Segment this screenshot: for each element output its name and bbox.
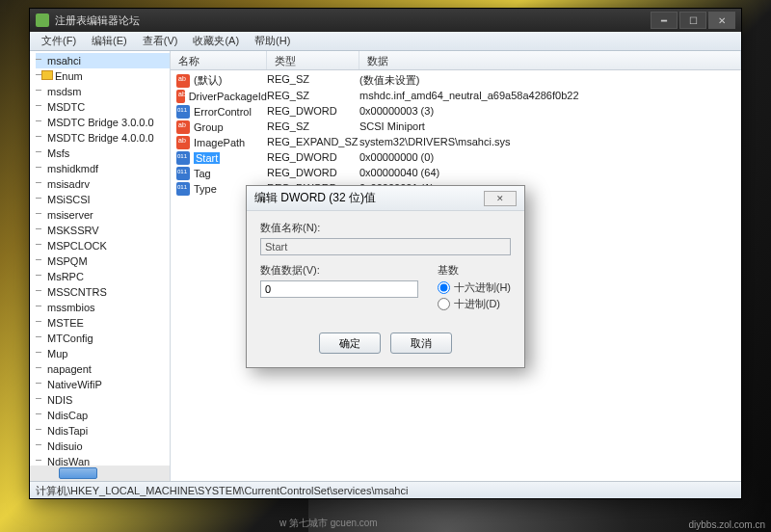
watermark: diybbs.zol.com.cn [689, 519, 765, 530]
menu-file[interactable]: 文件(F) [34, 32, 84, 50]
dword-icon [176, 182, 190, 196]
tree-item[interactable]: MSPQM [36, 253, 170, 269]
menu-view[interactable]: 查看(V) [135, 32, 186, 50]
dword-icon [176, 151, 190, 165]
tree-item[interactable]: msdsm [36, 84, 170, 99]
tree-item[interactable]: MSDTC Bridge 4.0.0.0 [36, 130, 170, 146]
string-icon [176, 120, 190, 134]
value-row[interactable]: DriverPackageIdREG_SZmshdc.inf_amd64_neu… [171, 89, 741, 104]
tree-item[interactable]: MsRPC [36, 269, 170, 284]
menu-edit[interactable]: 编辑(E) [84, 32, 135, 50]
tree-item[interactable]: msisadrv [36, 176, 170, 192]
col-data[interactable]: 数据 [359, 51, 741, 69]
tree-item[interactable]: NdisTapi [36, 423, 170, 439]
value-name-field [260, 238, 511, 255]
tree-item[interactable]: MSPCLOCK [36, 238, 170, 253]
value-name-label: 数值名称(N): [260, 221, 511, 235]
maximize-button[interactable]: ☐ [679, 12, 706, 29]
cancel-button[interactable]: 取消 [390, 332, 452, 354]
tree-item[interactable]: MSKSSRV [36, 223, 170, 238]
tree-item[interactable]: NDIS [36, 392, 170, 408]
string-icon [176, 90, 185, 103]
value-data-field[interactable] [260, 280, 418, 298]
tree-item[interactable]: mssmbios [36, 300, 170, 315]
dialog-close-button[interactable]: ✕ [484, 191, 517, 206]
col-type[interactable]: 类型 [267, 51, 359, 69]
registry-tree[interactable]: msahciEnummsdsmMSDTCMSDTC Bridge 3.0.0.0… [30, 51, 171, 481]
tree-item[interactable]: MSTEE [36, 315, 170, 331]
titlebar[interactable]: 注册表编辑器论坛 ━ ☐ ✕ [30, 9, 741, 32]
value-row[interactable]: TagREG_DWORD0x00000040 (64) [171, 166, 741, 181]
app-icon [36, 13, 49, 27]
tree-item[interactable]: msiserver [36, 207, 170, 223]
window-title: 注册表编辑器论坛 [55, 13, 140, 28]
minimize-button[interactable]: ━ [651, 12, 678, 29]
col-name[interactable]: 名称 [171, 51, 267, 69]
radio-hex[interactable]: 十六进制(H) [438, 280, 511, 295]
radio-dec[interactable]: 十进制(D) [438, 297, 511, 311]
watermark-2: w 第七城市 gcuen.com [279, 517, 378, 530]
value-row[interactable]: ImagePathREG_EXPAND_SZsystem32\DRIVERS\m… [171, 135, 741, 150]
value-row[interactable]: StartREG_DWORD0x00000000 (0) [171, 150, 741, 166]
tree-item[interactable]: MSDTC [36, 99, 170, 115]
menu-favorites[interactable]: 收藏夹(A) [185, 32, 247, 50]
tree-item[interactable]: Enum [36, 68, 170, 84]
tree-item[interactable]: MTConfig [36, 331, 170, 346]
value-data-label: 数值数据(V): [260, 263, 418, 278]
string-icon [176, 74, 190, 88]
statusbar: 计算机\HKEY_LOCAL_MACHINE\SYSTEM\CurrentCon… [30, 481, 741, 498]
string-icon [176, 136, 190, 149]
tree-item[interactable]: msahci [36, 53, 170, 68]
dword-icon [176, 167, 190, 180]
menubar: 文件(F) 编辑(E) 查看(V) 收藏夹(A) 帮助(H) [30, 32, 741, 51]
tree-item[interactable]: MSSCNTRS [36, 284, 170, 300]
tree-scrollbar[interactable] [30, 466, 170, 481]
tree-item[interactable]: Msfs [36, 146, 170, 161]
ok-button[interactable]: 确定 [319, 332, 381, 354]
dialog-title: 编辑 DWORD (32 位)值 [254, 190, 376, 206]
tree-item[interactable]: Mup [36, 346, 170, 361]
value-row[interactable]: (默认)REG_SZ(数值未设置) [171, 72, 741, 89]
tree-item[interactable]: Ndisuio [36, 439, 170, 454]
value-row[interactable]: ErrorControlREG_DWORD0x00000003 (3) [171, 104, 741, 120]
edit-dword-dialog: 编辑 DWORD (32 位)值 ✕ 数值名称(N): 数值数据(V): 基数 … [246, 185, 525, 368]
dialog-titlebar[interactable]: 编辑 DWORD (32 位)值 ✕ [247, 186, 524, 211]
tree-item[interactable]: napagent [36, 361, 170, 377]
base-label: 基数 [438, 263, 511, 278]
tree-item[interactable]: mshidkmdf [36, 161, 170, 176]
value-row[interactable]: GroupREG_SZSCSI Miniport [171, 120, 741, 135]
list-header[interactable]: 名称 类型 数据 [171, 51, 741, 70]
tree-item[interactable]: MSDTC Bridge 3.0.0.0 [36, 115, 170, 130]
menu-help[interactable]: 帮助(H) [247, 32, 298, 50]
window-close-button[interactable]: ✕ [708, 12, 735, 29]
tree-item[interactable]: NativeWifiP [36, 377, 170, 392]
dword-icon [176, 105, 190, 119]
tree-item[interactable]: NdisCap [36, 408, 170, 423]
tree-item[interactable]: MSiSCSI [36, 192, 170, 207]
